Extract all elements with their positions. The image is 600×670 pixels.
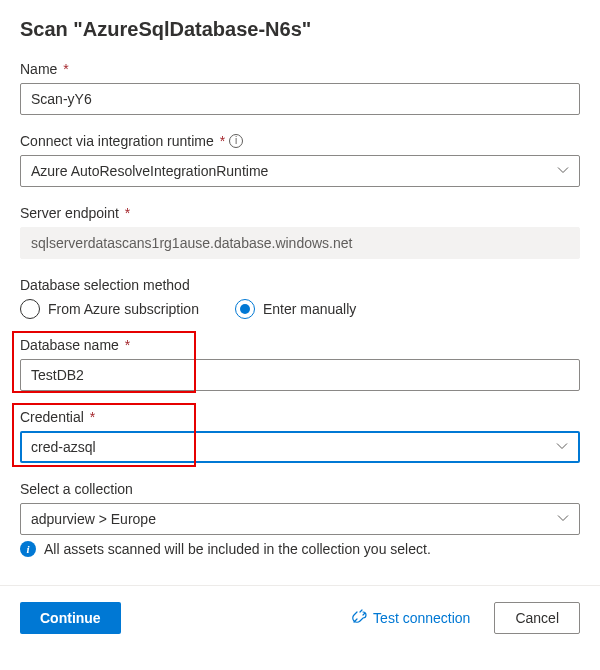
required-asterisk: * [125, 205, 130, 221]
dbname-label: Database name* [20, 337, 580, 353]
credential-select[interactable]: cred-azsql [20, 431, 580, 463]
radio-enter-manually[interactable]: Enter manually [235, 299, 356, 319]
info-icon: i [20, 541, 36, 557]
endpoint-label: Server endpoint* [20, 205, 580, 221]
collection-label: Select a collection [20, 481, 580, 497]
radio-from-subscription[interactable]: From Azure subscription [20, 299, 199, 319]
plug-icon [351, 609, 367, 628]
name-input[interactable] [20, 83, 580, 115]
dbname-input[interactable] [20, 359, 580, 391]
radio-icon [235, 299, 255, 319]
radio-icon [20, 299, 40, 319]
collection-select-value: adpurview > Europe [31, 511, 156, 527]
required-asterisk: * [125, 337, 130, 353]
credential-label: Credential* [20, 409, 580, 425]
endpoint-value: sqlserverdatascans1rg1ause.database.wind… [20, 227, 580, 259]
cancel-button[interactable]: Cancel [494, 602, 580, 634]
chevron-down-icon [556, 439, 568, 455]
required-asterisk: * [63, 61, 68, 77]
required-asterisk: * [220, 133, 225, 149]
info-icon[interactable]: i [229, 134, 243, 148]
credential-select-value: cred-azsql [31, 439, 96, 455]
name-label: Name* [20, 61, 580, 77]
collection-hint: All assets scanned will be included in t… [44, 541, 431, 557]
runtime-select[interactable]: Azure AutoResolveIntegrationRuntime [20, 155, 580, 187]
page-title: Scan "AzureSqlDatabase-N6s" [20, 18, 580, 41]
dbmethod-label: Database selection method [20, 277, 580, 293]
collection-select[interactable]: adpurview > Europe [20, 503, 580, 535]
runtime-label: Connect via integration runtime* i [20, 133, 580, 149]
runtime-select-value: Azure AutoResolveIntegrationRuntime [31, 163, 268, 179]
chevron-down-icon [557, 163, 569, 179]
required-asterisk: * [90, 409, 95, 425]
radio-label: From Azure subscription [48, 301, 199, 317]
radio-label: Enter manually [263, 301, 356, 317]
test-connection-button[interactable]: Test connection [345, 608, 476, 629]
test-connection-label: Test connection [373, 610, 470, 626]
chevron-down-icon [557, 511, 569, 527]
continue-button[interactable]: Continue [20, 602, 121, 634]
